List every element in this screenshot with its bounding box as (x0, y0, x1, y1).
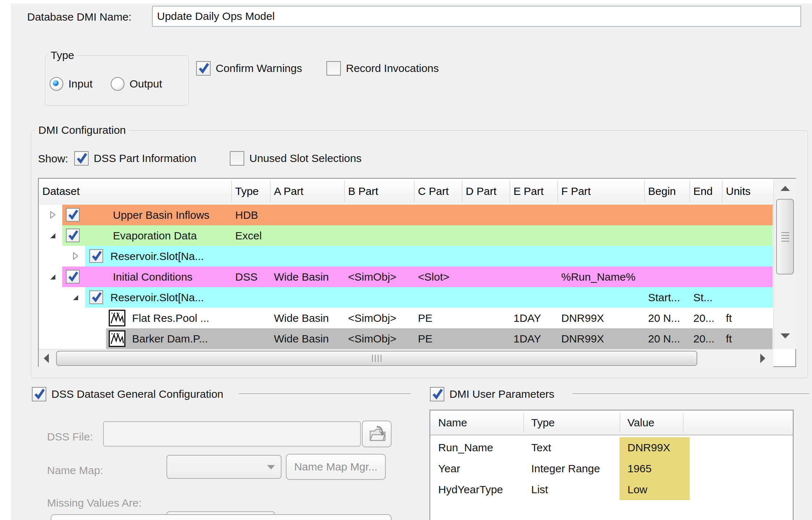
radio-output-circle[interactable] (111, 77, 124, 91)
dss-general-config-box[interactable] (32, 387, 46, 401)
param-type: Integer Range (531, 458, 600, 479)
dmi-config-label: DMI Configuration (35, 124, 129, 136)
cell-end: St... (693, 287, 712, 308)
param-col-name[interactable]: Name (438, 412, 467, 433)
cell-dataset: Flat Res.Pool ... (132, 308, 209, 328)
expand-collapsed-icon[interactable] (48, 210, 58, 219)
radio-output-label: Output (130, 78, 162, 90)
col-begin[interactable]: Begin (648, 179, 676, 204)
params-section-separator (572, 393, 809, 394)
cell-c-part: PE (418, 328, 432, 349)
col-d-part[interactable]: D Part (466, 179, 496, 204)
confirm-warnings-checkbox[interactable]: Confirm Warnings (196, 61, 302, 76)
cell-dataset: Reservoir.Slot[Na... (110, 246, 204, 267)
dmi-name-label: Database DMI Name: (27, 11, 131, 23)
cell-e-part: 1DAY (513, 308, 541, 328)
row-checkbox[interactable] (89, 290, 103, 304)
param-value[interactable]: Low (619, 479, 690, 500)
cell-c-part: PE (418, 308, 432, 328)
chevron-down-icon (267, 465, 275, 469)
col-dataset[interactable]: Dataset (42, 179, 80, 204)
cell-units: ft (726, 308, 732, 328)
col-c-part[interactable]: C Part (418, 179, 449, 204)
table-row-selected[interactable]: Barker Dam.P... Wide Basin <SimObj> PE 1… (39, 328, 773, 349)
cell-begin: 20 N... (648, 308, 680, 328)
confirm-warnings-box[interactable] (196, 61, 211, 76)
dmi-user-params-label: DMI User Parameters (449, 388, 554, 400)
cell-dataset: Reservoir.Slot[Na... (110, 287, 204, 308)
record-invocations-box[interactable] (326, 61, 341, 76)
dmi-editor-dialog: Database DMI Name: Update Daily Ops Mode… (11, 4, 812, 520)
cell-f-part: %Run_Name% (561, 267, 635, 287)
vertical-scrollbar[interactable] (773, 179, 796, 349)
cell-begin: 20 N... (648, 328, 680, 349)
clipped-bottom-field (51, 514, 392, 520)
cell-dataset: Upper Basin Inflows (113, 205, 210, 225)
param-value[interactable]: 1965 (619, 458, 690, 479)
table-row[interactable]: Evaporation Data Excel (39, 225, 773, 246)
cell-a-part: Wide Basin (274, 267, 329, 287)
radio-output[interactable]: Output (111, 77, 162, 91)
row-checkbox[interactable] (89, 249, 103, 263)
col-f-part[interactable]: F Part (561, 179, 591, 204)
scroll-right-icon[interactable] (760, 354, 765, 363)
show-label: Show: (38, 153, 68, 165)
dmi-user-params-checkbox[interactable]: DMI User Parameters (430, 387, 554, 401)
dss-part-info-checkbox[interactable]: DSS Part Information (74, 151, 196, 166)
row-checkbox[interactable] (66, 270, 80, 284)
col-a-part[interactable]: A Part (274, 179, 304, 204)
vertical-scroll-thumb[interactable] (776, 199, 794, 274)
table-row[interactable]: Initial Conditions DSS Wide Basin <SimOb… (39, 267, 773, 287)
dss-part-info-box[interactable] (74, 151, 89, 166)
col-units[interactable]: Units (726, 179, 750, 204)
expand-expanded-icon[interactable] (71, 293, 80, 302)
expand-expanded-icon[interactable] (48, 272, 58, 281)
scroll-left-icon[interactable] (44, 354, 49, 363)
name-map-select[interactable] (166, 455, 282, 479)
name-map-mgr-label: Name Map Mgr... (294, 461, 377, 473)
unused-slot-box[interactable] (230, 151, 244, 166)
horizontal-scroll-thumb[interactable] (56, 351, 697, 366)
table-row[interactable]: Reservoir.Slot[Na... Start... St... (39, 287, 773, 308)
dss-file-browse-button[interactable] (362, 421, 392, 447)
param-col-type[interactable]: Type (531, 412, 555, 433)
scroll-down-icon[interactable] (781, 333, 790, 338)
table-row[interactable]: Flat Res.Pool ... Wide Basin <SimObj> PE… (39, 308, 773, 328)
expand-expanded-icon[interactable] (48, 231, 58, 240)
radio-input-circle[interactable] (50, 77, 63, 91)
type-group-label: Type (48, 50, 77, 61)
row-checkbox[interactable] (66, 208, 80, 222)
table-row[interactable]: Upper Basin Inflows HDB (39, 205, 773, 225)
col-end[interactable]: End (693, 179, 712, 204)
dss-general-config-checkbox[interactable]: DSS Dataset General Configuration (32, 387, 223, 401)
dss-general-config-label: DSS Dataset General Configuration (51, 388, 223, 400)
cell-dataset: Initial Conditions (113, 267, 193, 287)
param-type: Text (531, 437, 551, 458)
expand-collapsed-icon[interactable] (71, 251, 80, 261)
dss-part-info-label: DSS Part Information (94, 152, 196, 165)
col-e-part[interactable]: E Part (513, 179, 544, 204)
name-map-mgr-button[interactable]: Name Map Mgr... (286, 454, 386, 480)
param-col-value[interactable]: Value (627, 412, 655, 433)
radio-input-label: Input (68, 78, 93, 90)
param-value[interactable]: DNR99X (619, 437, 690, 458)
cell-end: 20... (693, 328, 714, 349)
radio-input[interactable]: Input (50, 77, 93, 91)
col-type[interactable]: Type (235, 179, 259, 204)
cell-type: Excel (235, 225, 262, 246)
record-invocations-checkbox[interactable]: Record Invocations (326, 61, 439, 76)
scroll-up-icon[interactable] (781, 186, 790, 191)
row-checkbox[interactable] (66, 229, 80, 242)
dmi-name-input[interactable]: Update Daily Ops Model (152, 6, 801, 27)
confirm-warnings-label: Confirm Warnings (216, 62, 302, 74)
cell-units: ft (726, 328, 732, 349)
dmi-user-params-box[interactable] (430, 387, 444, 401)
table-row[interactable]: Reservoir.Slot[Na... (39, 246, 773, 267)
param-name: Year (438, 458, 460, 479)
tree-table-header: Dataset Type A Part B Part C Part D Part… (39, 179, 795, 205)
unused-slot-checkbox[interactable]: Unused Slot Selections (230, 151, 361, 166)
horizontal-scrollbar[interactable] (39, 349, 773, 367)
dss-file-input[interactable] (103, 421, 361, 447)
folder-open-icon (367, 425, 386, 443)
col-b-part[interactable]: B Part (348, 179, 378, 204)
